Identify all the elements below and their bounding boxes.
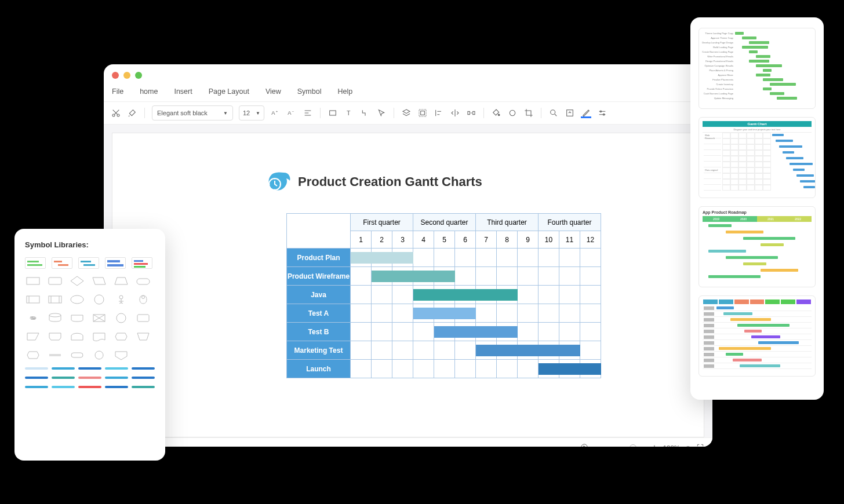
svg-text:−: − [292, 109, 294, 113]
connector-symbol[interactable] [105, 377, 128, 380]
shape-symbol[interactable] [113, 349, 129, 361]
connector-symbol[interactable] [105, 367, 128, 371]
distribute-icon[interactable] [466, 108, 476, 118]
template-card[interactable]: Theme Landing Page CopyApprove Theme Cop… [699, 28, 816, 109]
shape-symbol[interactable]: Yes [25, 312, 41, 324]
shape-effects-icon[interactable] [507, 108, 518, 118]
format-painter-icon[interactable] [127, 108, 137, 118]
shape-symbol[interactable] [91, 330, 107, 343]
increase-font-icon[interactable]: A+ [270, 108, 281, 118]
shape-symbol[interactable] [91, 349, 107, 361]
library-thumb[interactable] [78, 257, 99, 269]
shape-symbol[interactable] [91, 275, 107, 287]
cut-icon[interactable] [111, 108, 121, 118]
play-icon[interactable] [580, 443, 588, 447]
font-select-value: Elegant soft black [157, 109, 208, 116]
align-icon[interactable] [303, 108, 313, 118]
shape-symbol[interactable] [113, 312, 129, 324]
connector-symbol[interactable] [52, 377, 75, 380]
canvas-area[interactable]: Product Creation Gantt Charts First quar… [104, 125, 712, 437]
zoom-level[interactable]: 100% [663, 444, 680, 447]
connector-symbol[interactable] [78, 386, 101, 389]
settings-icon[interactable] [597, 108, 607, 118]
shape-symbol[interactable] [69, 349, 85, 361]
flip-icon[interactable] [450, 108, 460, 118]
text-tool-icon[interactable]: T [344, 108, 354, 118]
symbol-libraries-panel: Symbol Libraries: Yes [14, 229, 165, 461]
zoom-out-button[interactable]: − [594, 443, 599, 447]
shape-symbol[interactable] [69, 330, 85, 343]
connector-symbol[interactable] [132, 386, 155, 389]
library-thumb[interactable] [25, 257, 46, 269]
crop-icon[interactable] [523, 108, 534, 118]
close-window-button[interactable] [112, 72, 119, 79]
connector-symbol[interactable] [25, 367, 48, 371]
menu-file[interactable]: File [112, 87, 123, 96]
library-thumb[interactable] [52, 257, 72, 269]
shape-symbol[interactable] [135, 349, 151, 361]
minimize-window-button[interactable] [123, 72, 130, 79]
connector-icon[interactable] [360, 108, 370, 118]
shape-symbol[interactable] [69, 312, 85, 324]
shape-symbol[interactable] [25, 275, 41, 287]
align-objects-icon[interactable] [434, 108, 444, 118]
shape-symbol[interactable] [135, 330, 151, 343]
shape-symbol[interactable] [91, 312, 107, 324]
shape-symbol[interactable] [69, 293, 85, 306]
menu-home[interactable]: home [140, 87, 158, 96]
search-icon[interactable] [548, 108, 559, 118]
svg-rect-9 [421, 111, 425, 115]
connector-symbol[interactable] [52, 367, 75, 371]
svg-rect-39 [71, 353, 83, 357]
template-card[interactable]: App Product Roadmap2019202020212022 [699, 206, 816, 287]
shape-symbol[interactable] [113, 293, 129, 306]
shape-symbol[interactable] [113, 275, 129, 287]
shape-symbol[interactable] [91, 293, 107, 306]
shape-symbol[interactable] [47, 330, 63, 343]
fullscreen-icon[interactable] [696, 443, 704, 447]
zoom-in-button[interactable]: + [652, 443, 657, 447]
menu-page-layout[interactable]: Page Layout [209, 87, 249, 96]
svg-text:A: A [288, 110, 292, 116]
template-card[interactable] [699, 295, 816, 377]
shape-symbol[interactable] [25, 293, 41, 306]
menu-help[interactable]: Help [337, 87, 352, 96]
menu-symbol[interactable]: Symbol [297, 87, 322, 96]
shape-symbol[interactable] [69, 275, 85, 287]
line-color-icon[interactable] [581, 108, 591, 118]
fill-color-icon[interactable] [491, 108, 501, 118]
pointer-icon[interactable] [376, 108, 387, 118]
template-panel: Theme Landing Page CopyApprove Theme Cop… [690, 17, 824, 400]
connector-symbol[interactable] [78, 367, 101, 371]
connector-symbol[interactable] [25, 386, 48, 389]
connector-symbol[interactable] [78, 377, 101, 380]
connector-symbol[interactable] [105, 386, 128, 389]
group-icon[interactable] [417, 108, 428, 118]
shape-symbol[interactable] [47, 312, 63, 324]
export-icon[interactable] [565, 108, 575, 118]
shape-symbol[interactable] [47, 349, 63, 361]
connector-symbol[interactable] [132, 377, 155, 380]
maximize-window-button[interactable] [135, 72, 142, 79]
menu-view[interactable]: View [265, 87, 281, 96]
template-card[interactable]: Gantt ChartDiagram your and time project… [699, 117, 816, 198]
font-size-select[interactable]: 12▼ [239, 105, 264, 120]
library-thumb[interactable] [105, 257, 126, 269]
shape-symbol[interactable] [113, 330, 129, 343]
shape-symbol[interactable] [135, 293, 151, 306]
shape-symbol[interactable] [25, 349, 41, 361]
connector-symbol[interactable] [132, 367, 155, 371]
menu-insert[interactable]: Insert [174, 87, 192, 96]
rectangle-shape-icon[interactable] [328, 108, 338, 118]
shape-symbol[interactable] [47, 293, 63, 306]
shape-symbol[interactable] [135, 312, 151, 324]
library-thumb[interactable] [132, 257, 152, 269]
shape-symbol[interactable] [47, 275, 63, 287]
font-select[interactable]: Elegant soft black▼ [152, 105, 233, 120]
connector-symbol[interactable] [52, 386, 75, 389]
decrease-font-icon[interactable]: A− [286, 108, 297, 118]
shape-symbol[interactable] [25, 330, 41, 343]
layers-icon[interactable] [401, 108, 412, 118]
connector-symbol[interactable] [25, 377, 48, 380]
shape-symbol[interactable] [135, 275, 151, 287]
